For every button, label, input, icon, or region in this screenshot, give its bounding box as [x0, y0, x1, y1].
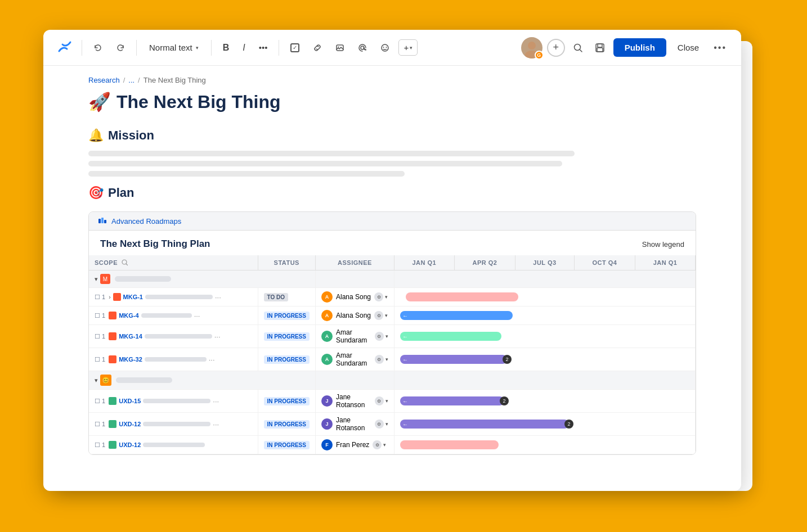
mkg32-ctrl1[interactable]: ⚙ [375, 355, 384, 364]
mkg1-ctrl1[interactable]: ⚙ [374, 292, 383, 301]
mkg4-item: ☐ 1 MKG-4 ··· [95, 312, 252, 320]
uxd12-arrow: ← [402, 421, 408, 427]
group-uxd-collapse[interactable]: ▾ [95, 377, 98, 384]
uxd15-number: ☐ 1 [95, 398, 105, 405]
uxd12b-avatar: F [321, 439, 333, 450]
uxd12-gantt: ← 2 [394, 413, 695, 436]
toolbar-right: G + Publish Close ••• [521, 37, 730, 58]
mkg14-type-icon [109, 332, 116, 340]
uxd15-id[interactable]: UXD-15 [119, 398, 141, 404]
more-options-button[interactable]: ••• [710, 39, 730, 56]
mkg32-assignee-name: Amar Sundaram [336, 351, 371, 367]
mkg4-assignee: A Alana Song ⚙ ▾ [315, 306, 394, 325]
close-button[interactable]: Close [671, 39, 706, 56]
uxd15-bar-wrap: ← 2 [400, 396, 504, 405]
svg-rect-13 [98, 219, 101, 223]
mkg14-chevron[interactable]: ▾ [385, 333, 388, 339]
mkg32-status: IN PROGRESS [258, 348, 315, 371]
uxd12-assignee-cell: J Jane Rotanson ⚙ ▾ [321, 416, 388, 432]
uxd12b-ctrl1[interactable]: ⚙ [373, 440, 382, 449]
user-avatar[interactable]: G [521, 37, 543, 58]
mkg1-scope: ☐ 1 › MKG-1 ··· [89, 288, 258, 306]
mkg4-ctrl1[interactable]: ⚙ [374, 311, 383, 320]
mkg14-ctrl1[interactable]: ⚙ [375, 332, 384, 341]
mkg1-id[interactable]: MKG-1 [123, 294, 143, 300]
mkg4-chevron[interactable]: ▾ [385, 313, 388, 318]
uxd12b-assignee-name: Fran Perez [336, 441, 369, 449]
svg-point-9 [574, 44, 580, 50]
table-row: ☐ 1 › MKG-1 ··· TO DO [89, 288, 696, 306]
mkg32-status-badge: IN PROGRESS [264, 355, 310, 364]
uxd12-assignee: J Jane Rotanson ⚙ ▾ [315, 413, 394, 436]
mkg4-id[interactable]: MKG-4 [119, 312, 138, 319]
roadmap-table: SCOPE STATUS ASSIGNEE Jan Q1 Apr Q2 Jul … [89, 255, 696, 454]
mention-button[interactable] [353, 40, 371, 56]
table-row: ☐ 1 MKG-14 ··· IN PROGRESS [89, 325, 696, 348]
title-emoji: 🚀 [88, 91, 111, 112]
save-status-button[interactable] [591, 39, 609, 57]
group-collapse-icon[interactable]: ▾ [95, 276, 98, 283]
uxd15-chevron[interactable]: ▾ [385, 398, 388, 404]
uxd15-type-icon [109, 397, 116, 405]
uxd12-more[interactable]: ··· [213, 420, 219, 429]
mkg32-chevron[interactable]: ▾ [385, 357, 388, 362]
mkg14-id[interactable]: MKG-14 [119, 333, 142, 340]
table-row: ☐ 1 UXD-12 ··· IN PROGRESS [89, 413, 696, 436]
mkg4-controls: ⚙ ▾ [374, 311, 388, 320]
confluence-logo[interactable] [55, 37, 75, 59]
undo-button[interactable] [89, 40, 107, 56]
uxd12-chevron[interactable]: ▾ [385, 421, 388, 427]
uxd12b-status: IN PROGRESS [258, 436, 315, 454]
text-style-dropdown[interactable]: Normal text ▾ [144, 39, 204, 56]
mkg14-assignee: A Amar Sundaram ⚙ ▾ [315, 325, 394, 348]
bold-button[interactable]: B [218, 39, 234, 56]
breadcrumb-ellipsis[interactable]: ... [128, 76, 134, 84]
mkg1-more[interactable]: ··· [215, 293, 221, 301]
uxd12-id[interactable]: UXD-12 [119, 421, 141, 427]
show-legend-button[interactable]: Show legend [642, 240, 684, 249]
mission-emoji: 🔔 [88, 128, 104, 143]
publish-button[interactable]: Publish [613, 38, 666, 57]
image-button[interactable] [331, 40, 349, 56]
mkg14-more[interactable]: ··· [214, 332, 221, 341]
uxd12b-id[interactable]: UXD-12 [119, 441, 141, 448]
uxd12b-chevron[interactable]: ▾ [383, 442, 386, 448]
group-uxd-item: ▾ 😊 [95, 375, 310, 386]
uxd12-controls: ⚙ ▾ [375, 420, 388, 429]
uxd12-ctrl1[interactable]: ⚙ [375, 420, 384, 429]
insert-button[interactable]: + ▾ [398, 39, 418, 56]
mkg1-chevron[interactable]: ▾ [385, 294, 388, 300]
italic-button[interactable]: I [238, 39, 249, 56]
mkg32-more[interactable]: ··· [209, 355, 215, 364]
uxd15-ctrl1[interactable]: ⚙ [375, 396, 384, 405]
uxd15-label-bar [143, 399, 210, 403]
mkg32-id[interactable]: MKG-32 [119, 356, 142, 363]
redo-button[interactable] [111, 40, 129, 56]
emoji-button[interactable] [376, 40, 394, 56]
search-button[interactable] [570, 39, 586, 56]
mkg32-bar-wrap: ← 2 [400, 355, 507, 364]
uxd15-more[interactable]: ··· [213, 397, 219, 405]
mkg1-expand[interactable]: › [109, 294, 110, 300]
checkbox-button[interactable]: ✓ [286, 40, 304, 56]
group-mkg-label-bar [115, 276, 171, 282]
table-header-row: SCOPE STATUS ASSIGNEE Jan Q1 Apr Q2 Jul … [89, 255, 696, 270]
mkg1-assignee-cell: A Alana Song ⚙ ▾ [321, 291, 388, 303]
status-header: STATUS [258, 255, 315, 270]
uxd12b-item: ☐ 1 UXD-12 [95, 441, 252, 449]
toolbar-divider-4 [279, 40, 279, 56]
mkg32-number: ☐ 1 [95, 356, 105, 363]
link-button[interactable] [308, 40, 326, 56]
svg-rect-12 [597, 48, 603, 52]
add-collaborator-button[interactable]: + [547, 39, 565, 57]
toolbar-divider-2 [136, 40, 137, 56]
svg-point-4 [382, 44, 388, 51]
mission-heading: 🔔 Mission [88, 128, 696, 143]
scope-search-icon[interactable] [121, 259, 129, 267]
more-format-button[interactable]: ••• [254, 39, 272, 56]
plan-heading: 🎯 Plan [88, 186, 696, 200]
breadcrumb-research[interactable]: Research [88, 76, 120, 84]
scope-header-text: SCOPE [95, 259, 118, 266]
uxd15-arrow: ← [402, 398, 408, 404]
mkg4-more[interactable]: ··· [194, 312, 200, 320]
